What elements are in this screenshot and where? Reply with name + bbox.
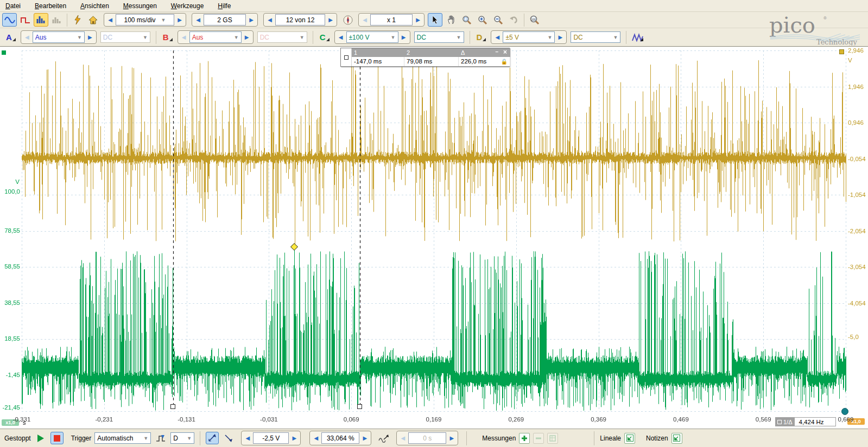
edit-grid-icon — [549, 435, 556, 442]
channel-b-range-select[interactable]: Aus▼ — [189, 31, 242, 43]
timebase-select[interactable]: 100 ms/div▼ — [116, 14, 174, 25]
y-axis-label-right: 0,946 — [848, 119, 864, 126]
minimize-icon[interactable]: – — [495, 49, 498, 55]
edit-measurement-button[interactable] — [547, 433, 558, 444]
menu-werkzeuge[interactable]: Werkzeuge — [171, 2, 204, 10]
zoom-in-button[interactable] — [475, 13, 490, 27]
channel-d-range-select[interactable]: ±5 V▼ — [503, 31, 555, 43]
hand-tool-button[interactable] — [443, 13, 458, 27]
rulers-panel-button[interactable] — [624, 433, 635, 444]
zoom-decrease-button[interactable]: ◀ — [359, 14, 370, 25]
spectrum-persistence-button[interactable] — [49, 13, 64, 27]
time-ruler-2-handle[interactable] — [357, 404, 362, 409]
channel-c-range-select[interactable]: ±100 V▼ — [346, 31, 398, 43]
pretrigger-down-button[interactable]: ◀ — [311, 432, 321, 444]
channel-a-range-select[interactable]: Aus▼ — [33, 31, 85, 43]
zoom-increase-button[interactable]: ▶ — [413, 14, 423, 25]
buffer-next-button[interactable]: ▶ — [325, 14, 336, 25]
samples-decrease-button[interactable]: ◀ — [193, 14, 204, 25]
channel-d-range-up-button[interactable]: ▶ — [555, 31, 566, 43]
trigger-level-down-button[interactable]: ◀ — [242, 432, 253, 444]
channel-d-coupling-select[interactable]: DC▼ — [571, 31, 620, 43]
channel-c-coupling-select[interactable]: DC▼ — [414, 31, 464, 43]
channel-a-range-down-button[interactable]: ◀ — [22, 31, 33, 43]
buffer-previous-button[interactable]: ◀ — [264, 14, 275, 25]
persistence-view-button[interactable] — [18, 13, 33, 27]
ruler-legend-handle[interactable] — [341, 48, 352, 66]
channel-c-range-down-button[interactable]: ◀ — [335, 31, 346, 43]
channel-c-label[interactable]: C — [320, 33, 330, 42]
toolbar-separator — [470, 31, 470, 44]
channel-a-range-up-button[interactable]: ▶ — [85, 31, 96, 43]
channel-b-range-up-button[interactable]: ▶ — [242, 31, 252, 43]
undo-zoom-button[interactable] — [506, 13, 521, 27]
channel-b-label[interactable]: B — [163, 33, 173, 42]
samples-field[interactable]: 2 GS — [204, 14, 246, 25]
channel-b-coupling-select[interactable]: DC▼ — [257, 31, 307, 43]
timebase-increase-button[interactable]: ▶ — [174, 14, 185, 25]
remove-measurement-button[interactable] — [533, 433, 544, 444]
home-button[interactable] — [86, 13, 100, 27]
channel-a-coupling-select[interactable]: DC▼ — [100, 31, 150, 43]
trigger-level-up-button[interactable]: ▶ — [289, 432, 300, 444]
channel-b-range-down-button[interactable]: ◀ — [179, 31, 189, 43]
posttrigger-up-button[interactable]: ▶ — [446, 432, 457, 444]
scope-view-button[interactable] — [2, 13, 17, 27]
trigger-mode-select[interactable]: Automatisch▼ — [94, 432, 151, 444]
pointer-tool-button[interactable] — [428, 13, 442, 27]
channel-b-range-control: ◀ Aus▼ ▶ — [178, 30, 254, 44]
timebase-decrease-button[interactable]: ◀ — [105, 14, 116, 25]
posttrigger-field[interactable]: 0 s — [408, 432, 446, 444]
rising-edge-button[interactable] — [206, 432, 219, 444]
menu-datei[interactable]: Datei — [5, 2, 21, 10]
menu-hilfe[interactable]: Hilfe — [218, 2, 231, 10]
notes-panel-button[interactable] — [671, 433, 682, 444]
axis-offset-handle[interactable] — [841, 408, 848, 415]
chevron-down-icon: ▼ — [161, 17, 166, 23]
spectrum-view-button[interactable] — [34, 13, 48, 27]
trigger-delay-toggle-button[interactable] — [377, 432, 390, 444]
stop-button[interactable] — [50, 432, 64, 444]
hand-icon — [447, 15, 455, 24]
close-icon[interactable]: × — [503, 49, 507, 55]
lock-icon[interactable]: 🔒 — [501, 57, 508, 66]
zoom-full-button[interactable]: 100 — [527, 13, 542, 27]
posttrigger-down-button[interactable]: ◀ — [397, 432, 408, 444]
samples-control: ◀ 2 GS ▶ — [192, 13, 258, 27]
sine-wave-icon — [4, 16, 15, 24]
advanced-trigger-button[interactable] — [154, 432, 167, 444]
svg-text:®: ® — [823, 16, 827, 21]
checkbox-icon[interactable] — [777, 420, 782, 424]
buffer-overview-button[interactable] — [340, 13, 355, 27]
channel-c-range-up-button[interactable]: ▶ — [398, 31, 409, 43]
pretrigger-field[interactable]: 33,064 % — [321, 432, 359, 444]
ruler-legend[interactable]: 1 2 Δ–× -147,0 ms 79,08 ms 226,0 ms🔒 — [340, 48, 510, 67]
add-measurement-button[interactable] — [519, 433, 530, 444]
waveform-canvas[interactable] — [0, 47, 868, 429]
pretrigger-up-button[interactable]: ▶ — [359, 432, 370, 444]
trigger-level-field[interactable]: -2,5 V — [253, 432, 289, 444]
x-axis-label: -0,031 — [260, 416, 278, 423]
scope-display[interactable]: 1 2 Δ–× -147,0 ms 79,08 ms 226,0 ms🔒 x1,… — [0, 47, 868, 429]
menu-messungen[interactable]: Messungen — [123, 2, 157, 10]
channel-a-label[interactable]: A — [6, 33, 16, 42]
samples-increase-button[interactable]: ▶ — [246, 14, 257, 25]
y-axis-label-right: 2,946 — [848, 47, 864, 54]
menu-bearbeiten[interactable]: Bearbeiten — [35, 2, 66, 10]
channel-d-range-down-button[interactable]: ◀ — [492, 31, 503, 43]
y-axis-label-left: 100,0 — [0, 188, 20, 195]
buffer-field[interactable]: 12 von 12 — [275, 14, 325, 25]
math-channels-button[interactable] — [629, 30, 647, 44]
trigger-source-select[interactable]: D▼ — [170, 432, 194, 444]
channel-c-range-control: ◀ ±100 V▼ ▶ — [334, 30, 410, 44]
time-ruler-1-handle[interactable] — [170, 404, 175, 409]
channel-d-label[interactable]: D — [477, 33, 486, 42]
zoom-field[interactable]: x 1 — [370, 14, 413, 25]
zoom-out-button[interactable] — [491, 13, 505, 27]
auto-setup-button[interactable] — [70, 13, 85, 27]
home-icon — [88, 16, 98, 24]
falling-edge-button[interactable] — [222, 432, 235, 444]
start-button[interactable] — [34, 432, 47, 444]
marquee-zoom-button[interactable] — [459, 13, 474, 27]
menu-ansichten[interactable]: Ansichten — [80, 2, 109, 10]
